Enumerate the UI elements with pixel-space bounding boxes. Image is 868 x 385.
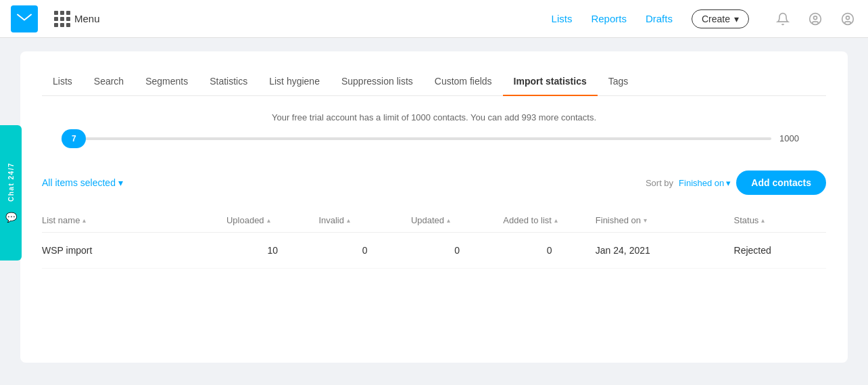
menu-grid-icon	[54, 11, 70, 27]
sort-arrow-updated: ▴	[447, 217, 450, 224]
tab-lists[interactable]: Lists	[42, 68, 83, 96]
cell-status: Rejected	[734, 245, 826, 256]
main-card: Lists Search Segments Statistics List hy…	[20, 51, 848, 363]
add-contacts-button[interactable]: Add contacts	[736, 171, 826, 195]
tab-search[interactable]: Search	[83, 68, 135, 96]
sort-chevron-icon: ▾	[726, 178, 731, 188]
bell-icon[interactable]	[773, 9, 792, 28]
chevron-down-icon: ▾	[118, 177, 123, 188]
tab-suppression-lists[interactable]: Suppression lists	[331, 68, 424, 96]
nav-drafts[interactable]: Drafts	[646, 13, 673, 24]
chat-sidebar[interactable]: Chat 24/7 💬	[0, 125, 22, 261]
svg-point-1	[814, 16, 817, 19]
settings-icon[interactable]	[806, 9, 825, 28]
nav-lists[interactable]: Lists	[552, 13, 573, 24]
col-finished-on[interactable]: Finished on ▾	[596, 215, 734, 225]
slider-thumb[interactable]: 7	[62, 129, 86, 148]
profile-icon[interactable]	[838, 9, 857, 28]
col-uploaded[interactable]: Uploaded ▴	[226, 215, 318, 225]
sort-area: Sort by Finished on ▾ Add contacts	[646, 171, 826, 195]
tab-import-statistics[interactable]: Import statistics	[503, 68, 598, 96]
tab-list-hygiene[interactable]: List hygiene	[258, 68, 331, 96]
chevron-down-icon: ▾	[734, 14, 739, 24]
table-row: WSP import 10 0 0 0 Jan 24, 2021 Rejecte…	[42, 233, 826, 269]
tab-segments[interactable]: Segments	[135, 68, 199, 96]
sort-arrow-added: ▴	[554, 217, 558, 224]
nav-reports[interactable]: Reports	[591, 13, 627, 24]
create-button[interactable]: Create ▾	[692, 9, 749, 28]
topnav: Menu Lists Reports Drafts Create ▾	[0, 0, 868, 38]
cell-uploaded: 10	[226, 245, 318, 256]
sort-arrow-status: ▴	[761, 217, 765, 224]
nav-links: Lists Reports Drafts Create ▾	[552, 9, 749, 28]
trial-banner: Your free trial account has a limit of 1…	[42, 112, 826, 122]
col-invalid[interactable]: Invalid ▴	[318, 215, 410, 225]
topnav-icons	[773, 9, 857, 28]
main-content: Lists Search Segments Statistics List hy…	[0, 38, 868, 376]
sort-value[interactable]: Finished on ▾	[679, 178, 731, 188]
chat-sidebar-label: Chat 24/7	[7, 162, 15, 202]
subtabs: Lists Search Segments Statistics List hy…	[42, 68, 826, 96]
sort-by-label: Sort by	[646, 178, 673, 188]
tab-tags[interactable]: Tags	[598, 68, 640, 96]
col-added-to-list[interactable]: Added to list ▴	[503, 215, 595, 225]
sort-arrow-invalid: ▴	[347, 217, 350, 224]
svg-point-3	[846, 16, 850, 19]
slider-max-value: 1000	[779, 133, 799, 143]
menu-button[interactable]: Menu	[49, 8, 105, 30]
chat-icon: 💬	[5, 212, 17, 223]
menu-label: Menu	[74, 13, 100, 24]
sort-arrow-list-name: ▴	[82, 217, 86, 224]
all-items-selected[interactable]: All items selected ▾	[42, 177, 123, 188]
sort-arrow-finished: ▾	[644, 217, 647, 224]
table-header: List name ▴ Uploaded ▴ Invalid ▴ Updated…	[42, 208, 826, 233]
col-status[interactable]: Status ▴	[734, 215, 826, 225]
contacts-slider[interactable]: 7 1000	[69, 133, 799, 143]
app-logo[interactable]	[11, 5, 38, 32]
sort-arrow-uploaded: ▴	[267, 217, 270, 224]
cell-finished-on: Jan 24, 2021	[596, 245, 734, 256]
tab-statistics[interactable]: Statistics	[199, 68, 258, 96]
col-list-name[interactable]: List name ▴	[42, 215, 226, 225]
cell-list-name: WSP import	[42, 245, 226, 256]
cell-invalid: 0	[318, 245, 410, 256]
cell-added-to-list: 0	[503, 245, 595, 256]
tab-custom-fields[interactable]: Custom fields	[424, 68, 503, 96]
col-updated[interactable]: Updated ▴	[411, 215, 503, 225]
controls-row: All items selected ▾ Sort by Finished on…	[42, 171, 826, 195]
slider-track[interactable]: 7	[69, 137, 771, 140]
cell-updated: 0	[411, 245, 503, 256]
